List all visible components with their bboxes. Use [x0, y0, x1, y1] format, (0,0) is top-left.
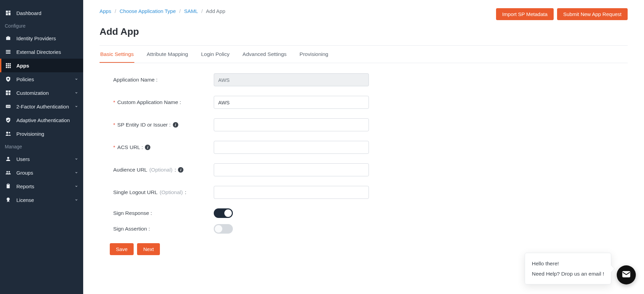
sidebar-item-provisioning[interactable]: Provisioning [0, 127, 83, 141]
svg-rect-6 [6, 53, 11, 54]
badge-icon [5, 196, 12, 203]
svg-rect-12 [10, 65, 11, 67]
svg-rect-10 [6, 65, 7, 67]
custom-app-name-input[interactable] [214, 96, 369, 109]
chat-line2: Need Help? Drop us an email ! [532, 269, 604, 279]
sidebar-label: Identity Providers [16, 35, 78, 41]
chevron-down-icon [74, 198, 78, 202]
sidebar-label: Provisioning [16, 131, 78, 137]
main-content: Apps / Choose Application Type / SAML / … [83, 0, 644, 294]
svg-rect-29 [8, 184, 9, 185]
tabs: Basic Settings Attribute Mapping Login P… [100, 46, 628, 63]
tab-attribute-mapping[interactable]: Attribute Mapping [146, 46, 189, 63]
save-button[interactable]: Save [110, 243, 134, 255]
sidebar-section-configure: Configure [0, 20, 83, 31]
list-icon [5, 48, 12, 55]
sidebar-item-apps[interactable]: Apps [0, 59, 83, 72]
row-sign-assertion: Sign Assertion : [113, 224, 509, 234]
sidebar-item-users[interactable]: Users [0, 152, 83, 166]
sidebar-item-external-directories[interactable]: External Directories [0, 45, 83, 59]
label-custom-app-name: *Custom Application Name : [113, 99, 214, 105]
breadcrumb-current: Add App [206, 8, 225, 14]
sidebar-label: External Directories [16, 49, 78, 55]
two-factor-icon: 123 [5, 103, 12, 110]
sidebar-section-manage: Manage [0, 141, 83, 152]
svg-rect-14 [8, 67, 9, 68]
sidebar-item-groups[interactable]: Groups [0, 166, 83, 179]
info-icon[interactable]: i [145, 145, 150, 150]
tab-advanced-settings[interactable]: Advanced Settings [242, 46, 287, 63]
groups-icon [5, 169, 12, 176]
next-button[interactable]: Next [137, 243, 160, 255]
chevron-down-icon [74, 157, 78, 161]
label-text: Audience URL [113, 167, 147, 173]
sidebar-item-adaptive-auth[interactable]: Adaptive Authentication [0, 113, 83, 127]
sidebar-label: Reports [16, 183, 70, 189]
puzzle-icon [5, 89, 12, 96]
chevron-down-icon [74, 77, 78, 81]
sign-response-toggle[interactable] [214, 208, 233, 218]
label-text: SP Entity ID or Issuer : [117, 122, 171, 128]
tab-login-policy[interactable]: Login Policy [200, 46, 230, 63]
mail-icon [621, 269, 631, 280]
chat-bubble-button[interactable] [617, 265, 636, 284]
form-actions: Save Next [110, 243, 509, 255]
breadcrumb-sep: / [179, 8, 181, 14]
svg-point-24 [9, 132, 11, 134]
svg-text:123: 123 [6, 105, 10, 107]
svg-point-30 [7, 197, 10, 201]
sidebar-label: 2-Factor Authentication [16, 104, 70, 109]
sp-entity-input[interactable] [214, 118, 369, 131]
tab-basic-settings[interactable]: Basic Settings [100, 46, 134, 63]
slo-url-input[interactable] [214, 186, 369, 199]
sidebar-label: Dashboard [16, 10, 78, 16]
audience-url-input[interactable] [214, 163, 369, 176]
sidebar-item-dashboard[interactable]: Dashboard [0, 6, 83, 20]
breadcrumb: Apps / Choose Application Type / SAML / … [100, 8, 225, 14]
svg-rect-1 [9, 11, 11, 12]
chevron-down-icon [74, 171, 78, 175]
label-slo-url: Single Logout URL (Optional) : [113, 189, 214, 195]
sidebar-item-two-factor[interactable]: 123 2-Factor Authentication [0, 100, 83, 113]
breadcrumb-saml[interactable]: SAML [184, 8, 198, 14]
acs-url-input[interactable] [214, 141, 369, 154]
breadcrumb-choose-type[interactable]: Choose Application Type [120, 8, 176, 14]
submit-new-app-request-button[interactable]: Submit New App Request [557, 8, 628, 20]
row-slo-url: Single Logout URL (Optional) : [113, 186, 509, 199]
sidebar-item-license[interactable]: License [0, 193, 83, 207]
info-icon[interactable]: i [173, 122, 178, 128]
svg-rect-2 [9, 13, 11, 15]
label-colon: : [185, 189, 186, 195]
breadcrumb-apps[interactable]: Apps [100, 8, 111, 14]
label-text: Application Name : [113, 77, 158, 83]
info-icon[interactable]: i [178, 167, 183, 173]
chevron-down-icon [74, 91, 78, 95]
sidebar-item-identity-providers[interactable]: Identity Providers [0, 31, 83, 45]
required-marker: * [113, 122, 115, 128]
chat-popup[interactable]: Hello there! Need Help? Drop us an email… [525, 253, 611, 284]
chat-line1: Hello there! [532, 259, 604, 268]
sidebar-item-reports[interactable]: Reports [0, 179, 83, 193]
import-sp-metadata-button[interactable]: Import SP Metadata [496, 8, 554, 20]
chevron-down-icon [74, 104, 78, 108]
sign-assertion-toggle[interactable] [214, 224, 233, 234]
label-colon: : [175, 167, 176, 173]
optional-text: (Optional) [149, 167, 173, 173]
label-text: Custom Application Name : [117, 99, 181, 105]
label-sp-entity: *SP Entity ID or Issuer : i [113, 122, 214, 128]
svg-point-16 [8, 78, 9, 80]
page-title: Add App [100, 26, 628, 37]
shield-check-icon [5, 117, 12, 123]
label-sign-assertion: Sign Assertion : [113, 226, 214, 232]
dashboard-icon [5, 10, 12, 16]
sidebar-item-policies[interactable]: Policies [0, 72, 83, 86]
row-audience-url: Audience URL (Optional) : i [113, 163, 509, 176]
svg-rect-7 [6, 63, 7, 64]
svg-rect-0 [6, 11, 8, 13]
user-icon [5, 156, 12, 162]
sidebar-item-customization[interactable]: Customization [0, 86, 83, 100]
tab-provisioning[interactable]: Provisioning [299, 46, 329, 63]
sidebar-label: Users [16, 156, 70, 162]
svg-rect-4 [6, 50, 11, 51]
breadcrumb-sep: / [201, 8, 203, 14]
